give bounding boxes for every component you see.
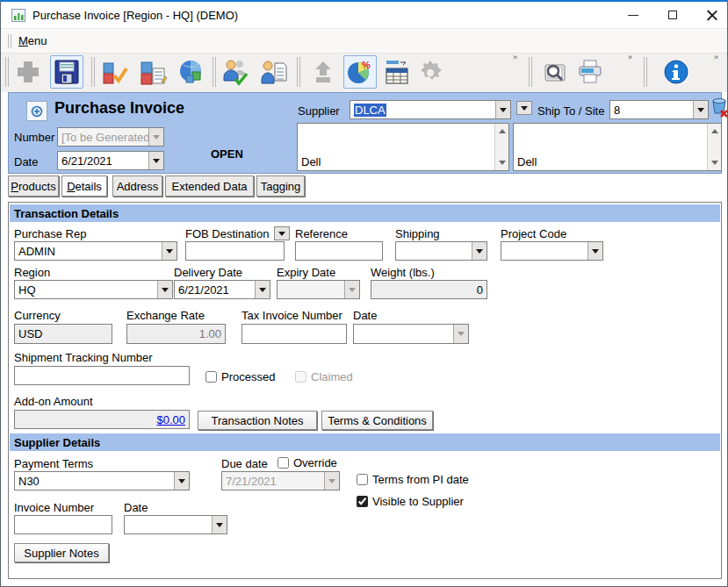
settings-button[interactable] <box>414 55 447 89</box>
purchase-rep-label: Purchase Rep <box>14 227 86 240</box>
menu-bar: Menu <box>1 30 727 53</box>
window-title: Purchase Invoice [Region - HQ] (DEMO) <box>32 9 238 22</box>
reference-label: Reference <box>295 227 348 240</box>
visible-to-supplier-checkbox[interactable]: Visible to Supplier <box>357 495 464 508</box>
project-code-combo[interactable] <box>501 241 603 261</box>
shipto-info-scrollbar[interactable] <box>707 124 721 170</box>
chevron-down-icon[interactable] <box>472 242 487 260</box>
chevron-down-icon[interactable] <box>148 152 163 169</box>
supplier-notes-button[interactable]: Supplier Notes <box>14 543 109 562</box>
supplier-approve-button[interactable] <box>219 55 252 89</box>
table-view-button[interactable] <box>380 55 414 89</box>
delete-bucket-icon <box>710 97 728 118</box>
table-icon <box>383 58 411 86</box>
chevron-down-icon <box>324 472 339 490</box>
chevron-down-icon <box>521 106 528 114</box>
shipto-info-box: Dell Peter Luther Dell Inc., <box>513 123 722 171</box>
terms-conditions-button[interactable]: Terms & Conditions <box>321 411 433 430</box>
chevron-down-icon[interactable] <box>212 516 227 533</box>
fob-destination-input[interactable] <box>185 241 285 261</box>
chevron-down-icon[interactable] <box>693 101 708 118</box>
toolbar-grip-handle[interactable] <box>297 57 300 87</box>
chevron-down-icon <box>344 281 359 298</box>
purchase-rep-combo[interactable]: ADMIN <box>14 241 177 261</box>
tab-address[interactable]: Address <box>112 175 162 197</box>
scroll-down-icon[interactable] <box>499 161 506 168</box>
chevron-down-icon[interactable] <box>255 281 270 298</box>
person-document-icon <box>260 58 288 86</box>
supplier-invoice-date-combo[interactable] <box>124 515 227 534</box>
tab-extended-data[interactable]: Extended Data <box>165 175 254 197</box>
maximize-button[interactable] <box>653 2 692 28</box>
payment-terms-combo[interactable]: N30 <box>14 471 190 490</box>
terms-from-pi-checkbox[interactable]: Terms from PI date <box>357 473 469 486</box>
tracking-input[interactable] <box>14 366 190 385</box>
print-preview-button[interactable] <box>538 55 572 89</box>
delivery-date-combo[interactable]: 6/21/2021 <box>174 280 270 299</box>
info-button[interactable] <box>660 55 693 89</box>
fob-destination-dropdown[interactable] <box>274 226 290 240</box>
toolbar-grip-handle[interactable] <box>91 57 95 87</box>
shipto-combo[interactable]: 8 <box>609 100 709 119</box>
upload-button[interactable] <box>306 55 340 89</box>
shipping-combo[interactable] <box>395 241 487 261</box>
product-notes-button[interactable] <box>136 55 169 89</box>
chart-view-button[interactable]: % <box>343 55 377 89</box>
supplier-selected-text: DLCA <box>354 104 386 117</box>
chevron-down-icon[interactable] <box>162 242 177 260</box>
new-button[interactable] <box>11 55 45 89</box>
shipto-options-dropdown[interactable] <box>516 101 532 115</box>
supplier-combo[interactable]: DLCA <box>350 100 511 119</box>
expand-header-button[interactable] <box>26 101 47 121</box>
invoice-number-input[interactable] <box>14 515 112 534</box>
shipto-label: Ship To / Site <box>537 104 604 118</box>
clear-shipto-button[interactable] <box>710 97 728 120</box>
override-label: Override <box>293 456 337 469</box>
tab-products[interactable]: Products <box>8 175 59 197</box>
print-button[interactable] <box>573 55 607 89</box>
scroll-up-icon[interactable] <box>711 125 718 133</box>
toolbar-grip-handle[interactable] <box>5 57 9 87</box>
menu-item-menu[interactable]: Menu <box>18 34 47 47</box>
toolbar-grip-handle[interactable] <box>213 57 216 87</box>
chevron-down-icon[interactable] <box>587 242 602 260</box>
cubes-check-icon <box>100 58 128 86</box>
tax-invoice-number-label: Tax Invoice Number <box>241 309 342 322</box>
tax-date-label: Date <box>353 309 377 322</box>
transaction-notes-button[interactable]: Transaction Notes <box>198 411 317 430</box>
tab-tagging[interactable]: Tagging <box>256 175 305 197</box>
app-window: Purchase Invoice [Region - HQ] (DEMO) Me… <box>0 0 728 587</box>
processed-checkbox[interactable]: Processed <box>205 370 275 383</box>
chevron-down-icon[interactable] <box>495 101 510 118</box>
products-verify-button[interactable] <box>97 55 131 89</box>
minimize-button[interactable] <box>614 2 652 28</box>
toolbar-grip-handle[interactable] <box>529 57 532 87</box>
global-products-button[interactable] <box>175 55 208 89</box>
toolbar-overflow-chevron[interactable]: » <box>628 53 631 61</box>
chevron-down-icon[interactable] <box>174 472 189 490</box>
supplier-info-scrollbar[interactable] <box>494 124 508 170</box>
toolbar-grip-handle[interactable] <box>644 57 647 87</box>
preview-magnifier-icon <box>541 58 569 86</box>
close-button[interactable] <box>693 2 728 28</box>
exchange-rate-field: 1.00 <box>126 324 226 344</box>
chevron-down-icon <box>453 325 468 343</box>
tax-invoice-number-input[interactable] <box>241 324 347 344</box>
chevron-down-icon[interactable] <box>157 281 172 298</box>
scroll-down-icon[interactable] <box>711 161 718 168</box>
invoice-date-combo[interactable]: 6/21/2021 <box>57 151 164 170</box>
save-button[interactable] <box>50 55 83 89</box>
toolbar-overflow-chevron[interactable]: » <box>513 53 516 61</box>
supplier-document-button[interactable] <box>257 55 291 89</box>
supplier-info-line: Dell <box>301 154 491 169</box>
reference-input[interactable] <box>295 241 383 261</box>
override-checkbox[interactable]: Override <box>278 456 337 469</box>
pie-chart-icon: % <box>346 58 374 86</box>
tab-details[interactable]: Details <box>61 175 107 197</box>
menu-grip-handle[interactable] <box>8 34 11 48</box>
addon-amount-link[interactable]: $0.00 <box>156 413 185 426</box>
toolbar-overflow-chevron[interactable]: » <box>714 53 717 61</box>
chevron-down-icon <box>278 232 285 240</box>
region-combo[interactable]: HQ <box>14 280 173 299</box>
scroll-up-icon[interactable] <box>499 125 506 133</box>
